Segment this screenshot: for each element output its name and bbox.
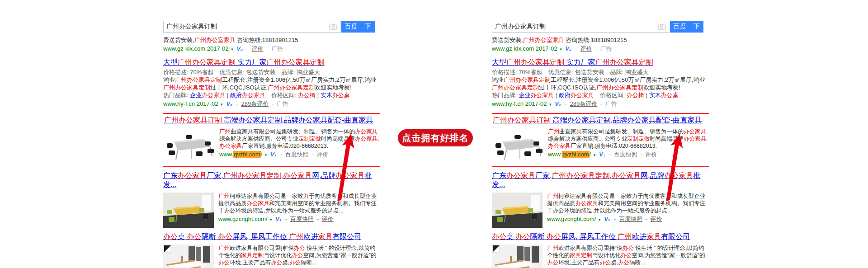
review-link[interactable]: 评价 [322, 216, 334, 222]
result-snippet: 鸿业广州办公家具定制工程配套,注册资金1.006亿,50万㎡厂房实力,2万㎡展厅… [163, 76, 380, 91]
review-link[interactable]: 评价 [252, 45, 264, 52]
result-meta-line: www.hy-f.cn 2017-02 ▾ V₃ - 289条评价 - 广告 [163, 100, 380, 108]
camera-icon[interactable] [329, 24, 337, 30]
result-meta-line: www.gzcright.com/ ▾ V₁ - 百度快照 - 评价 [547, 215, 709, 224]
result-snippet: 广州欧进家具有限公司秉持“悦办公 悦生活 ” 的设计理念,以简约个性化的家具定制… [218, 244, 380, 266]
result-attributes: 价格描述: 70%省起 优惠信息: 包送货安装 品牌: 鸿业盛大 [163, 68, 380, 76]
review-link[interactable]: 评价 [316, 151, 328, 158]
separator: - [640, 151, 642, 158]
separator: - [311, 151, 313, 158]
result-hot-links[interactable]: 热门品牌: 企业办公家具 | 政府办公家具 价格区间: 办公椅 | 实木办公桌 [163, 91, 380, 99]
review-link[interactable]: 评价 [651, 216, 662, 222]
separator: - [285, 216, 287, 222]
caret-down-icon[interactable]: ▾ [594, 153, 596, 157]
result-url[interactable]: www.hy-f.cn [492, 100, 524, 107]
separator: - [600, 100, 602, 107]
result-url-prefix[interactable]: www. [219, 151, 233, 158]
result-title-link[interactable]: 办公桌 办公隔断 办公屏风, 屏风工作位 广州欧进家具有限公司 [163, 232, 361, 241]
result-body: 广州曲直家具有限公司是集研发、制造、销售为一体的办公家具综合解决方案供应商。公司… [219, 128, 379, 163]
search-result: 广东办公家具厂家,广州办公家具定制,办公家具网,品牌办公家具批发... [492, 171, 709, 228]
baidu-verify-badge: V₂ [565, 45, 571, 52]
caret-down-icon[interactable]: ▾ [231, 47, 233, 52]
caret-down-icon[interactable]: ▾ [270, 217, 272, 222]
baidu-snapshot-link[interactable]: 百度快照 [285, 151, 309, 158]
caret-down-icon[interactable]: ▾ [265, 153, 267, 157]
baidu-snapshot-link[interactable]: 百度快照 [619, 216, 642, 222]
result-meta-line: www.qvzhi.com/ ▾ V₁ - 百度快照 - 评价 [548, 150, 708, 159]
result-thumbnail-meeting-table [493, 128, 543, 163]
baidu-verify-badge: V₁ [270, 151, 276, 158]
caret-down-icon[interactable]: ▾ [549, 102, 552, 107]
result-thumbnail-workstations [163, 244, 214, 268]
separator: - [266, 45, 268, 52]
result-body: 广州欧进家具有限公司秉持“悦办公 悦生活 ” 的设计理念,以简约个性化的家具定制… [547, 244, 709, 268]
reviews-count-link[interactable]: 289条评价 [570, 100, 598, 107]
separator: - [576, 45, 577, 52]
separator: - [609, 151, 611, 158]
result-attributes: 价格描述: 70%省起 优惠信息: 包送货安装 品牌: 鸿业盛大 [492, 68, 709, 76]
separator: - [280, 151, 282, 158]
result-meta-line: www.gz-klx.com 2017-02 ▾ V₂ - 评价 - 广告 [163, 45, 380, 53]
result-date: 2017-02 [197, 100, 218, 107]
search-button[interactable]: 百度一下 [670, 21, 703, 33]
result-thumbnail-workstations [492, 244, 542, 268]
result-url-suffix[interactable]: / [590, 151, 591, 158]
separator: - [646, 216, 647, 222]
result-url-prefix[interactable]: www. [548, 151, 562, 158]
baidu-snapshot-link[interactable]: 百度快照 [614, 151, 637, 158]
result-url[interactable]: www.gz-klx.com [492, 45, 534, 52]
caret-down-icon[interactable]: ▾ [221, 102, 223, 107]
search-input[interactable]: 广州办公家具订制 [163, 21, 340, 33]
baidu-snapshot-link[interactable]: 百度快照 [290, 216, 314, 222]
baidu-verify-badge: V₃ [226, 100, 232, 107]
reviews-count-link[interactable]: 289条评价 [241, 100, 269, 107]
result-snippet: 鸿业广州办公家具定制工程配套,注册资金1.006亿,50万㎡厂房实力,2万㎡展厅… [492, 76, 709, 91]
baidu-verify-badge: V₂ [236, 45, 243, 52]
result-url[interactable]: www.gz-klx.com [163, 45, 205, 52]
result-domain-highlight[interactable]: qvzhi.com [562, 151, 590, 158]
result-url-suffix[interactable]: / [261, 151, 263, 158]
result-body: 广州柯睿达家具有限公司是一家致力于向优质客户和成长型企业提供高品质办公家具和完美… [218, 193, 380, 228]
review-link[interactable]: 评价 [645, 151, 657, 158]
result-title-link[interactable]: 广州办公家具订制 高端办公家具定制,品牌办公家具配套-曲直家具 [493, 116, 702, 125]
result-url[interactable]: www.hy-f.cn [163, 100, 195, 107]
ad-tag: 广告 [277, 100, 288, 107]
result-title-link[interactable]: 大型广州办公家具定制 实力厂家广州办公家具定制 [492, 58, 653, 67]
serp-panel-right: 广州办公家具订制 百度一下 费送货安装,广州办公室家具 咨询热线:1881890… [492, 0, 709, 268]
search-input[interactable]: 广州办公家具订制 [492, 21, 669, 33]
caret-down-icon[interactable]: ▾ [560, 47, 562, 52]
review-link[interactable]: 评价 [580, 45, 592, 52]
search-bar: 广州办公家具订制 百度一下 [492, 21, 709, 33]
search-button[interactable]: 百度一下 [341, 21, 375, 33]
serp-panel: 广州办公家具订制 百度一下 费送货安装,广州办公室家具 咨询热线:1881890… [163, 21, 380, 268]
cta-button[interactable]: 点击拥有好排名 [398, 129, 473, 146]
separator: - [236, 100, 238, 107]
result-body: 广州柯睿达家具有限公司是一家致力于向优质客户和成长型企业提供高品质办公家具和完美… [547, 193, 709, 228]
result-title-link[interactable]: 办公桌 办公隔断 办公屏风, 屏风工作位 广州欧进家具有限公司 [492, 232, 690, 241]
result-thumbnail-meeting-table [164, 128, 215, 163]
search-result-highlighted: 广州办公家具订制 高端办公家具定制,品牌办公家具配套-曲直家具 [492, 113, 709, 167]
result-url[interactable]: www.gzcright.com/ [547, 216, 596, 222]
search-result-ad-partial: 费送货安装,广州办公室家具 咨询热线:18818901215 www.gz-kl… [492, 36, 709, 53]
search-result-highlighted: 广州办公家具订制 高端办公家具定制,品牌办公家具配套-曲直家具 [163, 113, 380, 167]
camera-icon[interactable] [658, 24, 666, 30]
result-meta-line: www.gzcright.com/ ▾ V₁ - 百度快照 - 评价 [218, 215, 380, 224]
result-hot-links[interactable]: 热门品牌: 企业办公家具 | 政府办公家具 价格区间: 办公椅 | 实木办公桌 [492, 91, 709, 99]
result-title-link[interactable]: 大型广州办公家具定制 实力厂家广州办公家具定制 [163, 58, 324, 67]
result-url[interactable]: www.gzcright.com/ [218, 216, 267, 222]
result-title-link[interactable]: 广州办公家具订制 高端办公家具定制,品牌办公家具配套-曲直家具 [164, 116, 373, 125]
result-title-link[interactable]: 广东办公家具厂家,广州办公家具定制,办公家具网,品牌办公家具批发... [492, 171, 709, 189]
search-bar: 广州办公家具订制 百度一下 [163, 21, 380, 33]
ad-tag: 广告 [271, 45, 283, 52]
ad-tag: 广告 [605, 100, 617, 107]
result-domain-highlight[interactable]: qvzhi.com [233, 151, 261, 158]
result-title-link[interactable]: 广东办公家具厂家,广州办公家具定制,办公家具网,品牌办公家具批发... [163, 171, 380, 189]
caret-down-icon[interactable]: ▾ [599, 217, 601, 222]
search-result: 广东办公家具厂家,广州办公家具定制,办公家具网,品牌办公家具批发... [163, 171, 380, 228]
results-list: 费送货安装,广州办公室家具 咨询热线:18818901215 www.gz-kl… [492, 36, 709, 268]
search-query-text: 广州办公家具订制 [166, 23, 327, 31]
result-snippet: 广州柯睿达家具有限公司是一家致力于向优质客户和成长型企业提供高品质办公家具和完美… [547, 193, 709, 214]
search-result-ad: 大型广州办公家具定制 实力厂家广州办公家具定制 价格描述: 70%省起 优惠信息… [163, 58, 380, 108]
separator: - [247, 45, 249, 52]
search-result: 办公桌 办公隔断 办公屏风, 屏风工作位 广州欧进家具有限公司 [492, 232, 709, 268]
